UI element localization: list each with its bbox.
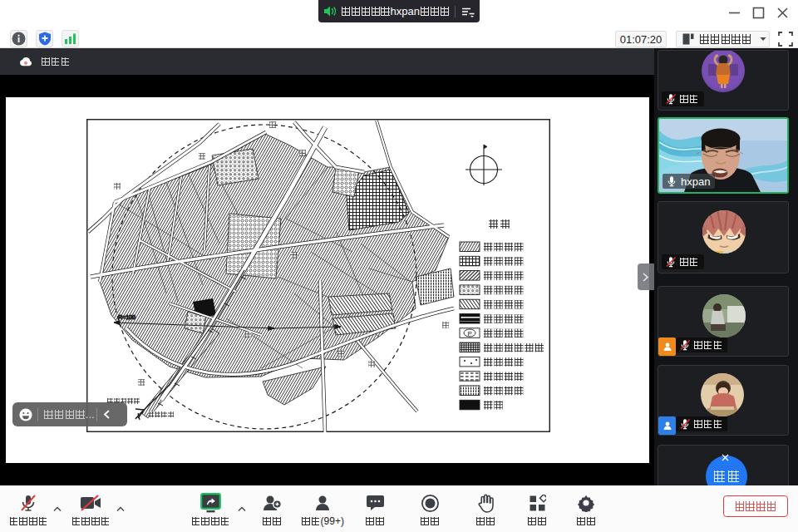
svg-text:R=100: R=100 <box>118 314 135 320</box>
svg-text:P: P <box>468 330 472 337</box>
